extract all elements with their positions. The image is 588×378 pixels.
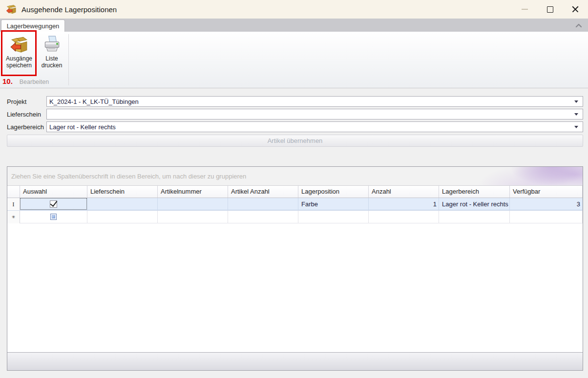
dropdown-arrow-icon[interactable] (574, 100, 578, 103)
projekt-value: K_2024-1 - K_LK-TÜ_Tübingen (47, 98, 574, 105)
outgoing-box-icon (10, 34, 28, 55)
tab-lagerbewegungen[interactable]: Lagerbewegungen (1, 20, 65, 32)
ribbon-group-caption: Bearbeiten (0, 79, 68, 85)
printer-icon (42, 34, 61, 55)
close-button[interactable] (563, 0, 588, 19)
column-header-artikel-anzahl[interactable]: Artikel Anzahl (228, 186, 298, 198)
save-button-label-line2: speichern (6, 62, 32, 69)
column-header-artikelnummer[interactable]: Artikelnummer (158, 186, 228, 198)
group-panel-decoration (436, 167, 583, 186)
lagerbereich-combobox[interactable]: Lager rot - Keller rechts (46, 121, 583, 132)
artikelnummer-cell[interactable] (158, 211, 228, 223)
table-row[interactable]: I Farbe 1 Lager rot - Keller rechts 3 (7, 198, 583, 211)
lagerbereich-value: Lager rot - Keller rechts (47, 123, 574, 131)
group-by-panel[interactable]: Ziehen Sie eine Spaltenüberschrift in di… (7, 167, 583, 186)
chevron-up-icon (575, 23, 582, 28)
projekt-label: Projekt (7, 98, 26, 105)
auswahl-checkbox-checked[interactable] (50, 200, 57, 208)
lagerbereich-label: Lagerbereich (7, 123, 44, 131)
projekt-combobox[interactable]: K_2024-1 - K_LK-TÜ_Tübingen (46, 96, 583, 107)
dropdown-arrow-icon[interactable] (574, 113, 578, 116)
lieferschein-combobox[interactable] (46, 109, 583, 119)
anzahl-cell[interactable]: 1 (369, 198, 439, 210)
lagerbereich-cell[interactable]: Lager rot - Keller rechts (439, 198, 510, 210)
print-button-label-line2: drucken (42, 62, 63, 69)
save-outgoing-button[interactable]: Ausgänge speichern (2, 32, 36, 75)
titlebar: Ausgehende Lagerpositionen (0, 0, 588, 19)
app-box-icon (6, 4, 17, 15)
column-header-verfuegbar[interactable]: Verfügbar (510, 186, 583, 198)
minimize-button[interactable] (512, 0, 537, 19)
lagerbereich-cell[interactable] (439, 211, 510, 223)
verfuegbar-cell[interactable] (510, 211, 583, 223)
column-header-auswahl[interactable]: Auswahl (20, 186, 87, 198)
new-row[interactable]: ✳ (7, 211, 583, 223)
collapse-ribbon-button[interactable] (574, 21, 583, 29)
column-header-lieferschein[interactable]: Lieferschein (87, 186, 158, 198)
checkbox-null-fill (52, 215, 55, 219)
app-window: Ausgehende Lagerpositionen Lagerbewegung… (0, 0, 588, 378)
grid-footer-bar (7, 352, 583, 370)
lieferschein-cell[interactable] (87, 211, 158, 223)
row-indicator-header (7, 186, 20, 198)
print-button-label-line1: Liste (45, 55, 58, 62)
column-header-anzahl[interactable]: Anzahl (369, 186, 439, 198)
artikel-anzahl-cell[interactable] (228, 211, 298, 223)
ribbon: Ausgänge speichern Liste drucken 10. Bea… (0, 32, 588, 88)
anzahl-cell[interactable] (369, 211, 439, 223)
auswahl-cell[interactable] (20, 198, 87, 210)
dropdown-arrow-icon[interactable] (574, 126, 578, 128)
ribbon-tabstrip: Lagerbewegungen (0, 19, 588, 32)
maximize-icon (547, 6, 553, 13)
row-indicator-editing: I (7, 198, 20, 210)
window-title: Ausgehende Lagerpositionen (21, 5, 117, 14)
grid-header-row: Auswahl Lieferschein Artikelnummer Artik… (7, 186, 583, 198)
ribbon-group-separator (68, 34, 69, 85)
group-by-hint: Ziehen Sie eine Spaltenüberschrift in di… (11, 173, 246, 180)
save-button-label-line1: Ausgänge (6, 55, 32, 62)
column-header-lagerposition[interactable]: Lagerposition (298, 186, 369, 198)
auswahl-cell[interactable] (20, 211, 87, 223)
minimize-icon (522, 9, 528, 10)
window-controls (512, 0, 588, 19)
row-indicator-new: ✳ (7, 211, 20, 223)
lagerposition-cell[interactable] (298, 211, 369, 223)
lieferschein-label: Lieferschein (7, 111, 41, 118)
print-list-button[interactable]: Liste drucken (38, 32, 65, 75)
column-header-lagerbereich[interactable]: Lagerbereich (439, 186, 510, 198)
verfuegbar-cell[interactable]: 3 (510, 198, 583, 210)
artikelnummer-cell[interactable] (158, 198, 228, 210)
artikel-anzahl-cell[interactable] (228, 198, 298, 210)
auswahl-checkbox-null[interactable] (50, 214, 57, 220)
artikel-uebernehmen-button[interactable]: Artikel übernehmen (7, 135, 583, 147)
lieferschein-cell[interactable] (87, 198, 158, 210)
lagerpositionen-grid: Ziehen Sie eine Spaltenüberschrift in di… (7, 166, 583, 371)
lagerposition-cell[interactable]: Farbe (298, 198, 369, 210)
maximize-button[interactable] (537, 0, 563, 19)
close-icon (572, 6, 579, 13)
